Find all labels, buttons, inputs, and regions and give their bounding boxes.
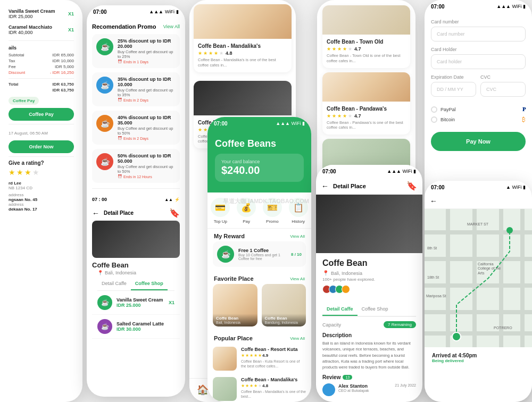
fav-view-all[interactable]: View All — [290, 277, 305, 281]
card-number-input[interactable]: Card number — [431, 27, 526, 41]
detail-tabs-p6: Detail Caffe Coffee Shop — [322, 303, 416, 317]
detail-place-img — [92, 221, 180, 258]
fav-header: Favorite Place View All — [207, 271, 311, 284]
card-number-field: Card number Card number — [431, 19, 526, 41]
explorer-avatars-p6 — [322, 285, 350, 294]
promo-card-3[interactable]: ☕ 40% discount up to IDR 35.000 Buy Coff… — [92, 111, 180, 145]
item-price-1: IDR 25,000 — [9, 14, 55, 19]
popular-name-1: Coffe Bean - Resort Kuta — [241, 347, 306, 352]
status-bar-p7: 07:00 ▲▲▲ WiFi ▮ — [425, 0, 532, 13]
bitcoin-logo: ₿ — [522, 116, 526, 123]
map-label-mariposa: Mariposa St — [426, 294, 446, 298]
promo-view-all[interactable]: View All — [163, 24, 180, 29]
popular-item-1[interactable]: Coffe Bean - Resort Kuta ★ ★ ★ ★ ★ 4.9 C… — [207, 344, 311, 374]
order-now-button[interactable]: Order Now — [9, 140, 74, 153]
item-qty-1: X1 — [68, 11, 74, 16]
cafe-card-town[interactable]: Coffe Bean - Town Old ★ ★ ★ ★ ★ 4.7 Coff… — [322, 5, 410, 68]
menu-item-row-2: ☕ Salted Caramel Latte IDR 30.000 — [92, 315, 180, 339]
item-price-2: IDR 40,000 — [9, 30, 52, 35]
tab-coffee-shop-p6[interactable]: Coffee Shop — [358, 303, 393, 316]
coffee-pay-button[interactable]: Coffee Pay — [9, 108, 74, 121]
reward-progress: 8 / 10 — [291, 252, 302, 257]
fav-overlay-1: Coffe Bean Bali, Indonesia — [213, 314, 257, 326]
reward-card[interactable]: ☕ Free 1 Coffee Buy 10 Coffees and get 1… — [213, 241, 306, 267]
promo-label: Promo — [266, 219, 279, 224]
promo-info-1: 25% discount up to IDR 20.000 Buy Coffee… — [118, 38, 176, 64]
pay-label: Pay — [243, 219, 250, 224]
paypal-option[interactable]: PayPal 𝐏 — [431, 106, 526, 113]
promo-info-2: 35% discount up to IDR 10.000 Buy Coffee… — [118, 77, 176, 102]
divider-1 — [9, 40, 74, 41]
map-label-potrero: POTRERO — [494, 326, 512, 330]
nav-bar-p8: ← — [425, 194, 532, 209]
address-id: NB 1234 CD — [9, 186, 74, 190]
cafe-card-1[interactable]: Coffe Bean - Mandalika's ★ ★ ★ ★ ★ 4.8 C… — [194, 4, 292, 72]
pay-now-button[interactable]: Pay Now — [431, 132, 526, 151]
back-arrow-p6[interactable]: ← — [321, 182, 329, 190]
status-bar-p8: 07:00 ▲ WiFi ▮ — [425, 181, 532, 194]
star-2[interactable]: ★ — [16, 168, 23, 177]
promo-card-2[interactable]: ☕ 35% discount up to IDR 10.000 Buy Coff… — [92, 72, 180, 106]
popular-item-2[interactable]: Coffe Bean - Mandalika's ★ ★ ★ ★ ★ 4.8 C… — [207, 374, 311, 402]
popular-info-2: Coffe Bean - Mandalika's ★ ★ ★ ★ ★ 4.8 C… — [241, 377, 306, 399]
topup-btn[interactable]: 💳 Top Up — [211, 198, 230, 224]
back-arrow-detail[interactable]: ← — [92, 209, 99, 217]
cart-item-1: Vanilla Sweet Cream IDR 25,000 X1 — [9, 9, 74, 19]
addr-val-1: ngsaan No. 45 — [9, 197, 74, 202]
bitcoin-option[interactable]: Bitcoin ₿ — [431, 116, 526, 123]
cafe-card-pandawa[interactable]: Coffe Bean - Pandawa's ★ ★ ★ ★ ★ 4.7 Cof… — [322, 72, 410, 135]
back-p8[interactable]: ← — [430, 197, 437, 205]
menu-info-1: Vanilla Sweet Cream IDR 25.000 — [117, 297, 164, 308]
fav-card-2[interactable]: Coffe Bean Bandung, Indonesia — [262, 284, 306, 326]
popular-view-all[interactable]: View All — [290, 336, 305, 341]
cafe-body-pandawa: Coffe Bean - Pandawa's ★ ★ ★ ★ ★ 4.7 Cof… — [322, 102, 410, 135]
popular-img-1 — [213, 347, 237, 371]
tab-detail-caffe[interactable]: Detail Caffe — [97, 278, 131, 290]
popular-name-2: Coffe Bean - Mandalika's — [241, 377, 306, 382]
fav-places: Coffe Bean Bali, Indonesia Coffe Bean Ba… — [207, 284, 311, 331]
nav-bar-p6: ← Detail Place 🔖 — [316, 178, 422, 195]
star-4[interactable]: ★ — [32, 168, 39, 177]
promo-card-1[interactable]: ☕ 25% discount up to IDR 20.000 Buy Coff… — [92, 34, 180, 68]
cvc-input[interactable]: CVC — [480, 82, 526, 97]
final: IDR 63,750 — [53, 88, 74, 93]
pay-btn-action[interactable]: 💰 Pay — [237, 198, 256, 224]
map-label-college: California College of the Arts — [478, 262, 507, 275]
tab-detail-caffe-p6[interactable]: Detail Caffe — [322, 303, 358, 316]
history-icon: 📋 — [289, 198, 308, 217]
addr-val-2: dekaan No. 17 — [9, 207, 74, 212]
tab-coffee-shop[interactable]: Coffee Shop — [131, 278, 168, 290]
bookmark-detail[interactable]: 🔖 — [169, 208, 180, 218]
card-holder-input[interactable]: Card holder — [431, 54, 526, 69]
cafe-name-1: Coffe Bean - Mandalika's — [198, 43, 287, 49]
balance-amount: $240.00 — [221, 164, 297, 177]
menu-name-1: Vanilla Sweet Cream — [117, 297, 164, 303]
svg-point-0 — [506, 227, 513, 233]
review-section: Review 13 Alex Stanton CEO at Bukalapak … — [316, 374, 422, 396]
promo-card-4[interactable]: ☕ 50% discount up to IDR 50.000 Buy Coff… — [92, 149, 180, 183]
desc-section: Description Bali is an island in Indones… — [316, 332, 422, 374]
bitcoin-radio[interactable] — [431, 116, 437, 123]
promo-btn[interactable]: 🎫 Promo — [263, 198, 282, 224]
bitcoin-label: Bitcoin — [440, 117, 519, 122]
review-title: Review — [322, 374, 340, 380]
nav-home[interactable]: 🏠 — [197, 384, 209, 399]
reward-view-all[interactable]: View All — [290, 234, 305, 239]
paypal-radio[interactable] — [431, 106, 437, 113]
star-3[interactable]: ★ — [24, 168, 31, 177]
detail-name-p6: Coffe Bean — [322, 258, 416, 268]
cafe-img-pandawa — [322, 72, 410, 102]
menu-price-2: IDR 30.000 — [117, 326, 174, 332]
menu-item-row-1: ☕ Vanilla Sweet Cream IDR 25.000 X1 — [92, 291, 180, 315]
history-btn[interactable]: 📋 History — [289, 198, 308, 224]
reward-title: My Reward — [214, 233, 245, 239]
detail-place-name: Coffe Bean — [92, 261, 180, 269]
balance-label: Your card balance — [221, 159, 297, 164]
expiry-input[interactable]: DD / MM YY — [431, 82, 476, 97]
fav-card-1[interactable]: Coffe Bean Bali, Indonesia — [213, 284, 257, 326]
total-row: Total IDR 63,750 — [9, 82, 74, 87]
two-col-fields: Expiration Date DD / MM YY CVC CVC — [431, 74, 526, 102]
promo-icon-3: ☕ — [96, 115, 113, 132]
bookmark-p6[interactable]: 🔖 — [406, 181, 417, 191]
star-1[interactable]: ★ — [9, 168, 15, 177]
